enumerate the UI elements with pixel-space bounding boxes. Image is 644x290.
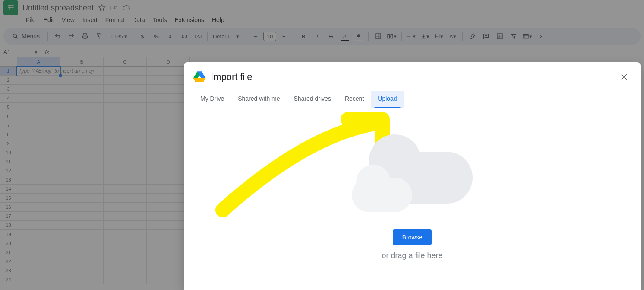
browse-button[interactable]: Browse bbox=[393, 229, 432, 245]
drag-hint-text: or drag a file here bbox=[382, 251, 442, 260]
close-button[interactable] bbox=[617, 70, 631, 84]
tab-shared-drives[interactable]: Shared drives bbox=[287, 91, 338, 108]
tab-shared-with-me[interactable]: Shared with me bbox=[231, 91, 287, 108]
tab-upload[interactable]: Upload bbox=[371, 91, 404, 108]
tab-recent[interactable]: Recent bbox=[338, 91, 371, 108]
close-icon bbox=[620, 73, 628, 81]
import-file-dialog: Import file My DriveShared with meShared… bbox=[184, 62, 641, 290]
tab-my-drive[interactable]: My Drive bbox=[193, 91, 231, 108]
dialog-tabs: My DriveShared with meShared drivesRecen… bbox=[184, 86, 641, 108]
drive-icon bbox=[193, 71, 205, 83]
dialog-title: Import file bbox=[211, 71, 253, 83]
upload-panel[interactable]: Browse or drag a file here bbox=[184, 108, 641, 290]
upload-cloud-illustration bbox=[356, 147, 468, 212]
dialog-header: Import file bbox=[184, 62, 641, 86]
